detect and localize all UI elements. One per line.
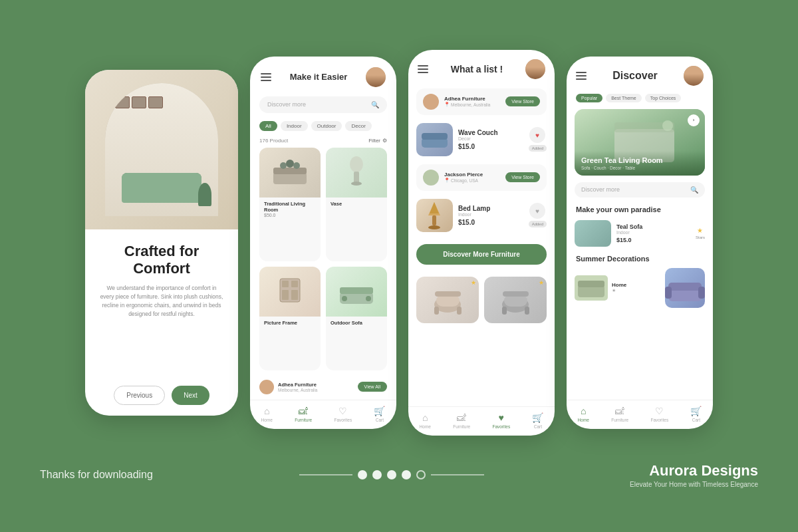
wave-couch-img <box>416 123 453 156</box>
svg-point-15 <box>342 296 347 301</box>
nav-home[interactable]: ⌂ Home <box>261 406 273 422</box>
tab-popular[interactable]: Popular <box>576 94 602 102</box>
phone4-hamburger-line-2 <box>576 75 587 76</box>
view-store-btn-1[interactable]: View Store <box>505 96 540 106</box>
phone1-content: Crafted for Comfort We understand the im… <box>85 229 238 416</box>
product-count-row: 176 Product Filter ⚙ <box>250 135 396 148</box>
tab-indoor[interactable]: Indoor <box>281 121 308 131</box>
phone-crafted-comfort: Crafted for Comfort We understand the im… <box>85 70 238 416</box>
hamburger-line-1 <box>418 65 428 66</box>
footer: Thanks for downloading Aurora Designs El… <box>0 454 798 496</box>
product-name-2: Vase <box>331 201 382 207</box>
hamburger-menu[interactable] <box>261 73 271 81</box>
next-button[interactable]: Next <box>172 386 209 405</box>
bed-lamp-price: $15.0 <box>458 219 523 226</box>
discover-search-icon: 🔍 <box>690 186 698 194</box>
phone3-favorites-icon: ♥ <box>499 412 504 423</box>
wall-frames <box>115 96 163 108</box>
wave-couch-heart[interactable]: ♥ <box>529 127 545 143</box>
nav-favorites[interactable]: ♡ Favorites <box>334 406 352 422</box>
dot-3 <box>387 470 396 479</box>
search-placeholder: Discover more <box>267 101 367 108</box>
filter-button[interactable]: Filter ⚙ <box>368 138 387 144</box>
svg-point-3 <box>286 160 294 168</box>
phone-what-list: What a list ! Adhea Furniture 📍 Melbourn… <box>408 50 555 436</box>
nav-cart[interactable]: 🛒 Cart <box>374 406 385 422</box>
phone4-hamburger[interactable] <box>576 72 587 80</box>
phone4-nav-home[interactable]: ⌂ Home <box>578 406 589 422</box>
store-card-2: Jackson Pierce 📍 Chicago, USA View Store <box>416 164 547 191</box>
phone2-title: Make it Easier <box>290 72 348 82</box>
product-card-1[interactable]: Traditional Living Room $50.0 <box>259 148 321 262</box>
view-store-btn-2[interactable]: View Store <box>505 172 540 182</box>
phone3-nav-cart[interactable]: 🛒 Cart <box>532 412 543 429</box>
hero-card[interactable]: Green Tea Living Room Sofa · Couch · Dec… <box>575 109 705 176</box>
section1-title: Make your own paradise <box>567 201 713 216</box>
frame-2 <box>132 96 146 108</box>
phone3-nav-furniture[interactable]: 🛋 Furniture <box>453 412 470 429</box>
store-details: Adhea Furniture Melbourne, Australia <box>278 382 317 392</box>
product-card-2[interactable]: Vase <box>326 148 387 262</box>
bed-lamp-img <box>416 199 453 232</box>
phone4-avatar-face <box>684 66 704 86</box>
sofa <box>122 173 201 203</box>
phone4-nav-cart[interactable]: 🛒 Cart <box>690 406 702 422</box>
discover-more-button[interactable]: Discover More Furniture <box>416 244 547 265</box>
section2-title: Summer Decorations <box>567 251 713 265</box>
phone4-hamburger-line-1 <box>576 72 587 73</box>
product-info-3: Picture Frame <box>259 317 321 329</box>
phone4-nav-favorites[interactable]: ♡ Favorites <box>650 406 668 422</box>
avatar-face <box>366 67 386 87</box>
tab-all[interactable]: All <box>259 121 277 131</box>
view-all-button[interactable]: View All <box>358 382 387 392</box>
tab-top-choices[interactable]: Top Choices <box>645 94 682 102</box>
discover-title: Discover <box>612 70 658 82</box>
home-icon: ⌂ <box>264 406 269 416</box>
discover-tabs: Popular Best Theme Top Choices <box>567 91 713 106</box>
phone3-nav-cart-label: Cart <box>534 424 542 429</box>
phone2-bottom-nav: ⌂ Home 🛋 Furniture ♡ Favorites 🛒 Cart <box>250 400 396 429</box>
sofa-stars-label: Stars <box>696 235 705 239</box>
phone4-avatar[interactable] <box>684 66 704 86</box>
phone3-nav-favorites[interactable]: ♥ Favorites <box>492 412 510 429</box>
product-card-3[interactable]: Picture Frame <box>259 267 321 370</box>
furniture-wave-couch: Wave Couch Decor $15.0 ♥ Added <box>408 118 555 162</box>
bed-lamp-heart[interactable]: ♥ <box>529 203 545 219</box>
crafted-desc: We understand the importance of comfort … <box>100 284 223 318</box>
footer-brand-section: Aurora Designs Elevate Your Home with Ti… <box>630 462 758 488</box>
favorites-icon: ♡ <box>338 406 347 416</box>
phone4-cart-icon: 🛒 <box>690 406 702 416</box>
tab-outdoor[interactable]: Outdoor <box>311 121 342 131</box>
user-avatar[interactable] <box>366 67 386 87</box>
phone4-nav-furniture[interactable]: 🛋 Furniture <box>611 406 628 422</box>
search-icon: 🔍 <box>371 101 379 108</box>
nav-furniture[interactable]: 🛋 Furniture <box>295 406 312 422</box>
phone3-nav-home[interactable]: ⌂ Home <box>420 412 431 429</box>
svg-rect-9 <box>282 281 289 287</box>
hero-arrow-button[interactable]: › <box>688 114 700 126</box>
product-card-4[interactable]: Outdoor Sofa <box>326 267 387 370</box>
wave-couch-details: Wave Couch Decor $15.0 <box>458 129 523 150</box>
bed-lamp-add: Added <box>529 221 547 227</box>
phone3-avatar[interactable] <box>525 59 545 79</box>
phones-container: Crafted for Comfort We understand the im… <box>0 37 798 449</box>
discover-search[interactable]: Discover more 🔍 <box>575 182 705 198</box>
hero-title: Green Tea Living Room <box>581 156 698 164</box>
store-card-loc-1: 📍 Melbourne, Australia <box>444 102 505 107</box>
tab-best-theme[interactable]: Best Theme <box>606 94 642 102</box>
product-name-1: Traditional Living Room <box>264 201 316 213</box>
wave-couch-price: $15.0 <box>458 143 523 150</box>
chair-img-1 <box>416 277 479 323</box>
chair-card-1[interactable]: ★ <box>416 277 479 323</box>
search-bar[interactable]: Discover more 🔍 <box>259 96 387 113</box>
svg-point-7 <box>351 182 362 186</box>
phone3-hamburger[interactable] <box>418 65 428 73</box>
previous-button[interactable]: Previous <box>114 386 165 405</box>
tab-decor[interactable]: Decor <box>345 121 371 131</box>
svg-rect-41 <box>668 283 702 291</box>
plant <box>198 183 211 206</box>
chair-card-2[interactable]: ★ <box>484 277 547 323</box>
store-info: Adhea Furniture Melbourne, Australia <box>259 380 317 394</box>
phone3-furniture-icon: 🛋 <box>457 412 466 423</box>
teal-sofa-card[interactable]: Teal Sofa Indoor $15.0 ★ Stars <box>567 216 713 251</box>
